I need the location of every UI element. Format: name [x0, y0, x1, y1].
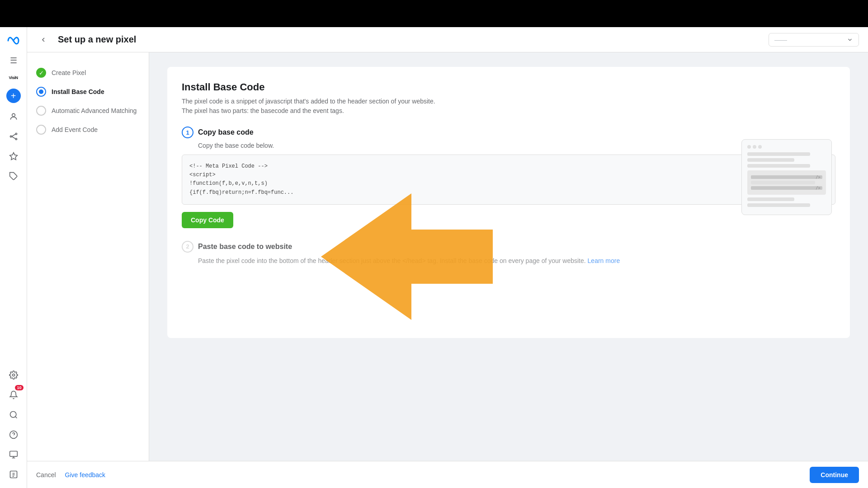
page-footer: Cancel Give feedback Continue	[27, 461, 868, 488]
step2-desc: Paste the pixel code into the bottom of …	[182, 256, 835, 266]
page-title: Set up a new pixel	[58, 34, 761, 45]
svg-line-5	[11, 136, 15, 139]
step1-title: Copy base code	[198, 128, 254, 136]
notification-icon[interactable]: 10	[5, 387, 22, 403]
people-icon[interactable]	[5, 108, 22, 125]
svg-point-1	[10, 136, 11, 137]
step-add-event-code: Add Event Code	[36, 120, 140, 139]
network-icon[interactable]	[5, 128, 22, 145]
step2-number: 2	[182, 241, 193, 253]
account-dropdown[interactable]: ——	[769, 33, 859, 47]
page-header: Set up a new pixel ——	[27, 27, 868, 52]
preview-line-4	[751, 181, 815, 184]
step-auto-matching-label: Automatic Advanced Matching	[52, 107, 137, 114]
svg-point-9	[10, 412, 16, 418]
step-install-base-code-circle	[36, 87, 46, 97]
step-install-base-code: Install Base Code	[36, 82, 140, 101]
panel-card: Install Base Code The pixel code is a sn…	[167, 67, 850, 338]
help-icon[interactable]	[5, 427, 22, 443]
tools-icon[interactable]	[5, 446, 22, 463]
preview-line-6	[747, 203, 810, 207]
preview-line-1	[747, 152, 810, 156]
step-install-base-code-label: Install Base Code	[52, 88, 104, 95]
cancel-button[interactable]: Cancel	[36, 471, 56, 479]
step1-number: 1	[182, 127, 193, 138]
step1-section: 1 Copy base code Copy the base code belo…	[182, 127, 835, 228]
step2-header: 2 Paste base code to website	[182, 241, 835, 253]
meta-logo	[5, 33, 22, 49]
preview-line-2	[747, 158, 794, 162]
svg-line-10	[15, 417, 17, 418]
svg-point-8	[12, 374, 14, 376]
panel-description: The pixel code is a snippet of javascrip…	[182, 97, 835, 116]
left-sidebar: ☰ VisiN + 10	[0, 27, 27, 488]
footer-left: Cancel Give feedback	[36, 471, 105, 479]
copy-code-button[interactable]: Copy Code	[182, 212, 233, 228]
step2-section: 2 Paste base code to website Paste the p…	[182, 241, 835, 266]
svg-line-4	[11, 134, 15, 136]
learn-more-link[interactable]: Learn more	[588, 257, 620, 264]
step-create-pixel-label: Create Pixel	[52, 69, 86, 76]
step-auto-matching: Automatic Advanced Matching	[36, 101, 140, 120]
svg-point-2	[15, 133, 17, 135]
star-icon[interactable]	[5, 148, 22, 164]
step-create-pixel: ✓ Create Pixel	[36, 63, 140, 82]
settings-icon[interactable]	[5, 367, 22, 383]
website-preview: /> />	[741, 139, 832, 215]
svg-point-0	[12, 113, 15, 117]
step-auto-matching-circle	[36, 106, 46, 116]
main-content-panel: Install Base Code The pixel code is a sn…	[149, 52, 868, 461]
step2-title: Paste base code to website	[198, 243, 292, 251]
svg-rect-12	[9, 451, 17, 457]
step-add-event-code-label: Add Event Code	[52, 126, 98, 133]
top-bar	[0, 0, 868, 27]
dropdown-placeholder: ——	[774, 36, 843, 43]
notification-badge-count: 10	[15, 385, 23, 390]
feedback-link[interactable]: Give feedback	[65, 471, 106, 479]
brand-logo: VisiN	[5, 72, 22, 83]
menu-icon[interactable]: ☰	[5, 52, 22, 69]
back-button[interactable]	[36, 33, 51, 47]
continue-button[interactable]: Continue	[810, 467, 859, 483]
step1-header: 1 Copy base code	[182, 127, 835, 138]
steps-sidebar: ✓ Create Pixel Install Base Code Automat…	[27, 52, 149, 461]
step1-desc: Copy the base code below.	[182, 142, 835, 149]
search-icon[interactable]	[5, 407, 22, 423]
step-add-event-code-circle	[36, 125, 46, 135]
add-button[interactable]: +	[6, 89, 21, 103]
docs-icon[interactable]	[5, 466, 22, 483]
panel-title: Install Base Code	[182, 81, 835, 93]
tag-icon[interactable]	[5, 168, 22, 184]
svg-marker-6	[9, 153, 17, 160]
svg-point-3	[15, 138, 17, 140]
preview-line-3	[747, 164, 810, 168]
preview-line-5	[747, 197, 794, 201]
step-create-pixel-circle: ✓	[36, 68, 46, 78]
code-snippet: <!-- Meta Pixel Code --> <script> !funct…	[182, 155, 835, 205]
